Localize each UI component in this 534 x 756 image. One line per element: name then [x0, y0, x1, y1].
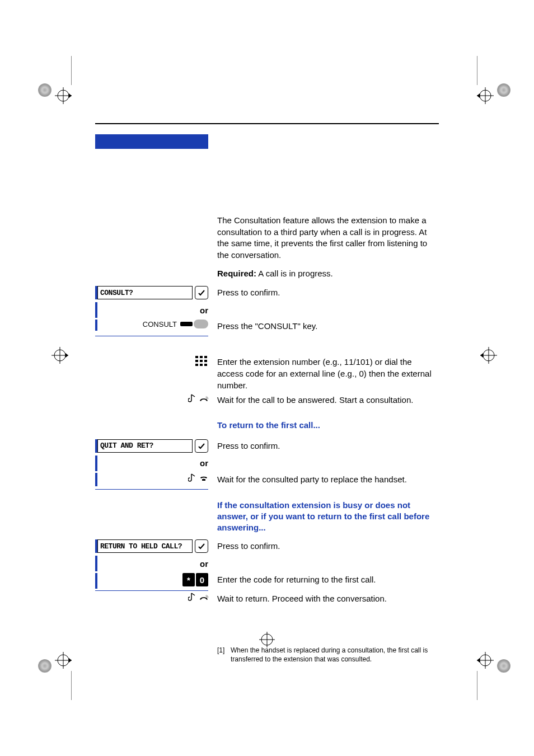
required-text: A call is in progress. — [256, 269, 333, 278]
svg-rect-31 — [200, 360, 203, 362]
svg-marker-23 — [480, 353, 483, 358]
instruction-enter-extension: Enter the extension number (e.g., 11/101… — [217, 355, 439, 391]
svg-rect-28 — [200, 356, 203, 358]
subhead-busy: If the consultation extension is busy or… — [217, 499, 439, 534]
programmable-key-icon — [180, 320, 208, 328]
right-crop-arrow — [480, 347, 497, 364]
ringtone-hangup-icon — [188, 473, 208, 484]
zero-key-icon: 0 — [196, 573, 208, 586]
svg-marker-39 — [204, 478, 204, 479]
svg-rect-29 — [204, 356, 207, 358]
crop-line-tl-v — [71, 56, 72, 85]
svg-rect-33 — [195, 364, 198, 366]
svg-line-36 — [191, 395, 195, 397]
intro-paragraph: The Consultation feature allows the exte… — [217, 215, 439, 261]
registration-arrow-br — [477, 652, 494, 669]
footnote-text: When the handset is replaced during a co… — [231, 646, 439, 664]
svg-rect-30 — [195, 360, 198, 362]
svg-rect-27 — [195, 356, 198, 358]
crop-line-bl-v — [71, 671, 72, 700]
or-label-3: or — [97, 559, 208, 569]
keypad-icon — [195, 355, 208, 369]
instruction-press-confirm-3: Press to confirm. — [217, 539, 439, 552]
svg-rect-32 — [204, 360, 207, 362]
instruction-press-confirm-1: Press to confirm. — [217, 286, 439, 299]
consult-key-label: CONSULT — [143, 320, 180, 328]
footnote-number: [1] — [217, 646, 231, 664]
display-option-consult: CONSULT? — [97, 286, 193, 299]
left-crop-arrow — [51, 347, 68, 364]
top-rule — [95, 123, 439, 124]
confirm-button-icon — [195, 539, 208, 553]
footnote: [1] When the handset is replaced during … — [217, 646, 439, 664]
crop-line-tr-v — [477, 56, 477, 85]
confirm-button-icon — [195, 439, 208, 453]
star-key-icon: * — [182, 573, 195, 586]
display-option-quit: QUIT AND RET? — [97, 439, 193, 453]
instruction-wait-return: Wait to return. Proceed with the convers… — [217, 592, 439, 605]
or-label-1: or — [97, 306, 208, 315]
svg-marker-15 — [477, 658, 480, 663]
svg-rect-38 — [202, 479, 205, 481]
required-line: Required: A call is in progress. — [217, 268, 439, 280]
svg-marker-3 — [69, 93, 72, 98]
ringtone-handset-icon — [188, 592, 208, 603]
registration-target-tr — [497, 83, 510, 97]
instruction-press-consult: Press the "CONSULT" key. — [217, 320, 439, 332]
svg-marker-7 — [477, 93, 480, 98]
registration-target-bl — [38, 659, 51, 673]
registration-target-br — [497, 659, 510, 673]
svg-marker-11 — [69, 658, 72, 663]
svg-marker-19 — [65, 353, 68, 358]
instruction-enter-code-return: Enter the code for returning to the firs… — [217, 573, 439, 586]
required-label: Required: — [217, 269, 256, 278]
or-label-2: or — [97, 458, 208, 468]
registration-arrow-tl — [55, 87, 72, 104]
registration-target-tl — [38, 83, 51, 97]
page-content: The Consultation feature allows the exte… — [95, 123, 439, 664]
display-option-return: RETURN TO HELD CALL? — [97, 539, 193, 553]
svg-line-37 — [191, 474, 195, 476]
instruction-wait-answered: Wait for the call to be answered. Start … — [217, 393, 439, 406]
instruction-wait-replace: Wait for the consulted party to replace … — [217, 473, 439, 486]
svg-line-40 — [191, 593, 195, 595]
confirm-button-icon — [195, 286, 208, 299]
subhead-return-first: To return to the first call... — [217, 419, 439, 431]
registration-arrow-bl — [55, 652, 72, 669]
crop-line-br-v — [477, 671, 477, 700]
ringtone-handset-icon — [188, 393, 208, 405]
section-header-bar — [95, 134, 208, 149]
instruction-press-confirm-2: Press to confirm. — [217, 439, 439, 452]
svg-rect-35 — [204, 364, 207, 366]
svg-rect-34 — [200, 364, 203, 366]
registration-arrow-tr — [477, 87, 494, 104]
